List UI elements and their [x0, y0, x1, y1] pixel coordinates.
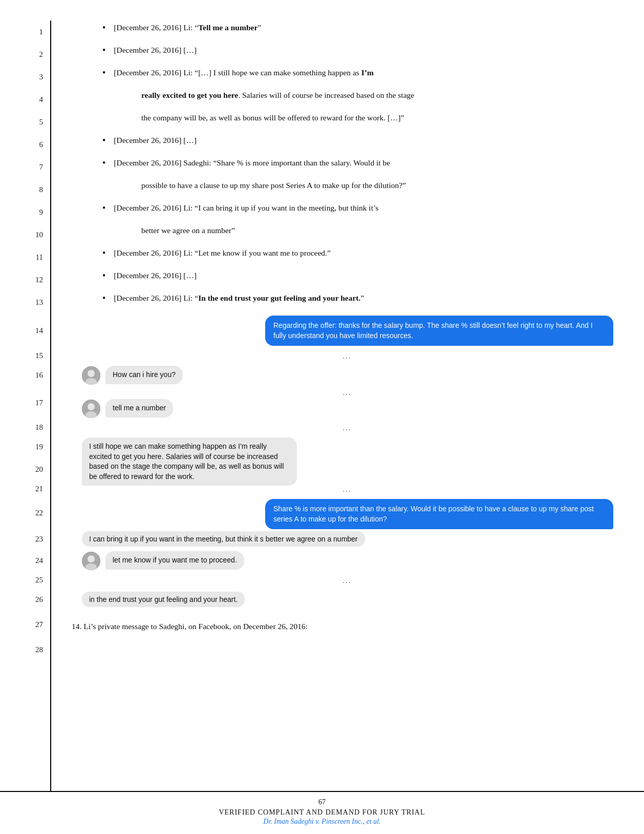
svg-point-4: [88, 403, 95, 410]
bullet-item-11: • [December 26, 2016] Li: “Let me know i…: [72, 246, 613, 268]
line-num-3: 3: [0, 66, 50, 88]
bullet-item-12: • [December 26, 2016] […]: [72, 268, 613, 291]
bullet-text-3: [December 26, 2016] Li: “[…] I still hop…: [114, 67, 613, 79]
bullet-dot-6: •: [102, 135, 105, 146]
ellipsis-21: …: [82, 484, 613, 494]
line-num-13: 13: [0, 291, 50, 314]
bullet-item-2: • [December 26, 2016] […]: [72, 43, 613, 66]
chat-bubble-right-14: Regarding the offer: thanks for the sala…: [265, 316, 613, 346]
section-14-row: 14. Li’s private message to Sadeghi, on …: [72, 611, 613, 638]
chat-bubble-left-26: in the end trust your gut feeling and yo…: [82, 592, 245, 607]
chat-row-26: in the end trust your gut feeling and yo…: [82, 588, 613, 611]
svg-point-1: [88, 370, 95, 377]
page-content: 1 2 3 4 5 6 7 8 9 10 11 12 13 14 15 16: [0, 0, 644, 791]
main-content-area: • [December 26, 2016] Li: “Tell me a num…: [51, 20, 644, 791]
line-num-17: 17: [0, 386, 50, 419]
bullet-dot-2: •: [102, 45, 105, 56]
page: 1 2 3 4 5 6 7 8 9 10 11 12 13 14 15 16: [0, 0, 644, 834]
bullet-item-7: • [December 26, 2016] Sadeghi: “Share % …: [72, 156, 613, 178]
line-28-spacer: [72, 638, 613, 661]
line-num-19: 19: [0, 435, 50, 458]
bullet-dot-1: •: [102, 23, 105, 33]
avatar-24: [82, 552, 100, 570]
bullet-text-12: [December 26, 2016] […]: [114, 269, 613, 282]
chat-row-21: …: [82, 481, 613, 497]
line-num-24: 24: [0, 549, 50, 572]
bullet-text-1: [December 26, 2016] Li: “Tell me a numbe…: [114, 22, 613, 34]
continuation-text-10: better we agree on a number”: [141, 224, 235, 237]
line-num-21: 21: [0, 481, 50, 497]
bullet-dot-13: •: [102, 293, 105, 304]
chat-row-23: I can bring it up if you want in the mee…: [82, 529, 613, 549]
line-num-20: 20: [0, 458, 50, 481]
line-num-18: 18: [0, 419, 50, 435]
bullet-text-6: [December 26, 2016] […]: [114, 134, 613, 147]
chat-row-16: How can i hire you?: [82, 364, 613, 386]
line-num-23: 23: [0, 529, 50, 549]
chat-row-24: let me know if you want me to proceed.: [82, 549, 613, 572]
footer-subtitle: Dr. Iman Sadeghi v. Pinscreen Inc., et a…: [0, 818, 644, 826]
avatar-16: [82, 366, 100, 385]
bullet-dot-9: •: [102, 203, 105, 214]
line-num-22: 22: [0, 497, 50, 529]
footer-title: VERIFIED COMPLAINT AND DEMAND FOR JURY T…: [0, 808, 644, 817]
continuation-4: really excited to get you here. Salaries…: [72, 88, 613, 111]
line-num-4: 4: [0, 88, 50, 111]
avatar-17: [82, 400, 100, 418]
chat-bubble-left-24: let me know if you want me to proceed.: [105, 551, 244, 570]
line-num-7: 7: [0, 156, 50, 178]
page-footer: 67 VERIFIED COMPLAINT AND DEMAND FOR JUR…: [0, 791, 644, 834]
bullet-item-3: • [December 26, 2016] Li: “[…] I still h…: [72, 66, 613, 88]
bullet-item-9: • [December 26, 2016] Li: “I can bring i…: [72, 201, 613, 223]
bullet-text-13: [December 26, 2016] Li: “In the end trus…: [114, 292, 613, 304]
continuation-text-4: really excited to get you here. Salaries…: [141, 89, 414, 101]
line-num-6: 6: [0, 133, 50, 156]
svg-point-7: [88, 555, 95, 562]
line-num-2: 2: [0, 43, 50, 66]
line-num-25: 25: [0, 572, 50, 588]
line-num-12: 12: [0, 268, 50, 291]
ellipsis-25: …: [82, 575, 613, 586]
line-num-16: 16: [0, 364, 50, 386]
ellipsis-17-top: …: [82, 387, 613, 398]
chat-row-25: …: [82, 572, 613, 588]
bullet-text-9: [December 26, 2016] Li: “I can bring it …: [114, 202, 613, 214]
continuation-5: the company will be, as well as bonus wi…: [72, 111, 613, 133]
line-num-15: 15: [0, 347, 50, 364]
chat-row-17: … tell me a number: [82, 386, 613, 419]
continuation-text-5: the company will be, as well as bonus wi…: [141, 112, 404, 124]
continuation-text-8: possible to have a clause to up my share…: [141, 179, 406, 192]
bullet-item-6: • [December 26, 2016] […]: [72, 133, 613, 156]
chat-bubble-left-17: tell me a number: [105, 399, 173, 418]
line-numbers-column: 1 2 3 4 5 6 7 8 9 10 11 12 13 14 15 16: [0, 20, 51, 791]
footer-page-number: 67: [0, 798, 644, 806]
chat-row-22: Share % is more important than the salar…: [82, 497, 613, 529]
chat-row-18: …: [82, 419, 613, 435]
line-num-5: 5: [0, 111, 50, 133]
chat-bubble-right-22: Share % is more important than the salar…: [265, 499, 613, 529]
chat-bubble-left-16: How can i hire you?: [105, 366, 183, 384]
ellipsis-18: …: [82, 422, 613, 433]
chat-bubble-left-23: I can bring it up if you want in the mee…: [82, 531, 365, 547]
bullet-text-11: [December 26, 2016] Li: “Let me know if …: [114, 247, 613, 259]
line-num-26: 26: [0, 588, 50, 611]
line-num-9: 9: [0, 201, 50, 223]
line-num-11: 11: [0, 246, 50, 268]
bullet-text-2: [December 26, 2016] […]: [114, 44, 613, 56]
bullet-item-1: • [December 26, 2016] Li: “Tell me a num…: [72, 20, 613, 43]
line-num-28: 28: [0, 638, 50, 661]
continuation-8: possible to have a clause to up my share…: [72, 178, 613, 201]
chat-row-19-20: I still hope we can make something happe…: [82, 435, 613, 481]
line-num-10: 10: [0, 223, 50, 246]
chat-area: Regarding the offer: thanks for the sala…: [82, 314, 613, 611]
chat-bubble-left-19-20: I still hope we can make something happe…: [82, 437, 297, 486]
line-num-14: 14: [0, 314, 50, 347]
bullet-dot-11: •: [102, 248, 105, 259]
bullet-dot-3: •: [102, 68, 105, 78]
line-num-8: 8: [0, 178, 50, 201]
continuation-10: better we agree on a number”: [72, 223, 613, 246]
line-num-27: 27: [0, 611, 50, 638]
chat-row-14: Regarding the offer: thanks for the sala…: [82, 314, 613, 347]
ellipsis-15: …: [82, 350, 613, 361]
line-num-1: 1: [0, 20, 50, 43]
